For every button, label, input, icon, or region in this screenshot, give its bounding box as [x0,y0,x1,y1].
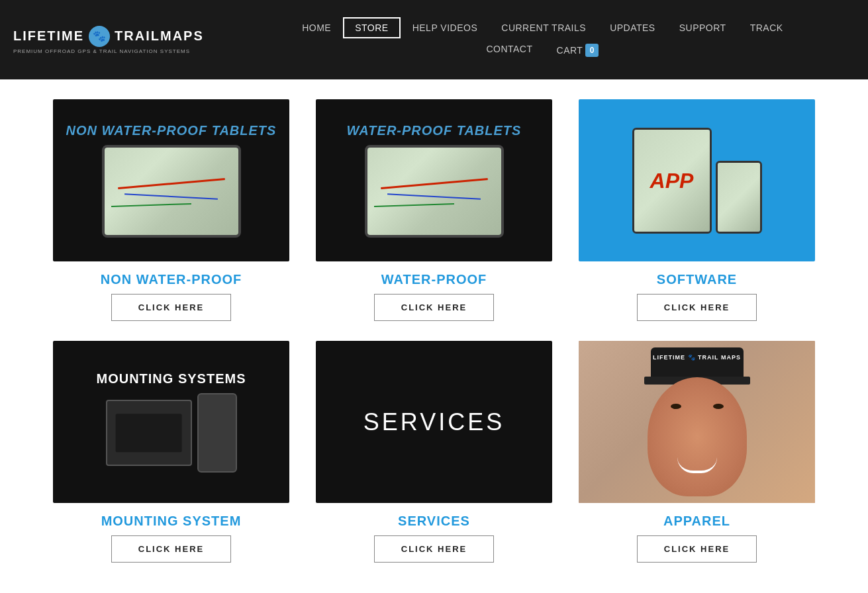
nav-row-1: HOME STORE HELP VIDEOS CURRENT TRAILS UP… [230,17,855,38]
nav-home[interactable]: HOME [290,17,343,38]
card-image-mounting[interactable]: MOUNTING SYSTEMS [53,341,289,503]
card-title-apparel: APPAREL [663,514,730,529]
nav-track[interactable]: TRACK [738,17,795,38]
logo-subtitle: PREMIUM OFFROAD GPS & TRAIL NAVIGATION S… [13,48,190,54]
card-software: APP SOFTWARE CLICK HERE [579,99,815,321]
click-btn-non-waterproof[interactable]: CLICK HERE [111,294,231,321]
logo-icon: 🐾 [89,26,110,47]
card-img-title-non-waterproof: NON WATER-PROOF TABLETS [66,123,277,138]
card-waterproof: WATER-PROOF TABLETS WATER-PROOF CLICK HE… [316,99,552,321]
cart-badge: 0 [585,44,599,57]
mount-box [106,400,192,466]
mount-clamp [197,393,237,473]
app-phone [716,161,762,234]
click-btn-software[interactable]: CLICK HERE [637,294,757,321]
site-header: LIFETIME 🐾 TRAILMAPS PREMIUM OFFROAD GPS… [0,0,868,79]
card-title-mounting: MOUNTING SYSTEM [101,514,242,529]
nav-row-2: CONTACT CART 0 [230,38,855,62]
card-non-waterproof: NON WATER-PROOF TABLETS NON WATER-PROOF … [53,99,289,321]
card-title-software: SOFTWARE [657,272,737,287]
product-grid: NON WATER-PROOF TABLETS NON WATER-PROOF … [53,99,815,563]
card-image-software[interactable]: APP [579,99,815,261]
card-image-waterproof[interactable]: WATER-PROOF TABLETS [316,99,552,261]
logo-name-part1: LIFETIME [13,28,84,44]
mounting-group [106,393,237,473]
card-title-non-waterproof: NON WATER-PROOF [101,272,242,287]
nav-current-trails[interactable]: CURRENT TRAILS [489,17,598,38]
services-text: SERVICES [363,408,505,436]
click-btn-mounting[interactable]: CLICK HERE [111,535,231,563]
main-content: NON WATER-PROOF TABLETS NON WATER-PROOF … [0,79,868,582]
card-image-apparel[interactable]: LIFETIME 🐾 TRAIL MAPS [579,341,815,503]
person-silhouette: LIFETIME 🐾 TRAIL MAPS [579,341,815,503]
nav-cart[interactable]: CART 0 [545,38,611,62]
card-image-services[interactable]: SERVICES [316,341,552,503]
nav-contact[interactable]: CONTACT [474,38,544,62]
card-apparel: LIFETIME 🐾 TRAIL MAPS APPAREL CLICK HERE [579,341,815,563]
tablet-mock-waterproof [365,145,504,238]
nav-store[interactable]: STORE [343,17,400,38]
app-devices: APP [632,128,762,234]
nav-updates[interactable]: UPDATES [598,17,667,38]
card-title-waterproof: WATER-PROOF [381,272,487,287]
card-img-title-mounting: MOUNTING SYSTEMS [96,371,246,387]
tablet-mock-non-waterproof [102,145,241,238]
logo[interactable]: LIFETIME 🐾 TRAILMAPS PREMIUM OFFROAD GPS… [13,26,204,54]
logo-name-part2: TRAILMAPS [115,28,204,44]
click-btn-apparel[interactable]: CLICK HERE [637,535,757,563]
click-btn-waterproof[interactable]: CLICK HERE [374,294,494,321]
main-nav: HOME STORE HELP VIDEOS CURRENT TRAILS UP… [230,17,855,62]
card-mounting: MOUNTING SYSTEMS MOUNTING SYSTEM CLICK H… [53,341,289,563]
card-image-non-waterproof[interactable]: NON WATER-PROOF TABLETS [53,99,289,261]
card-title-services: SERVICES [398,514,470,529]
card-services: SERVICES SERVICES CLICK HERE [316,341,552,563]
nav-support[interactable]: SUPPORT [667,17,738,38]
app-label: APP [650,168,694,193]
nav-help-videos[interactable]: HELP VIDEOS [401,17,490,38]
click-btn-services[interactable]: CLICK HERE [374,535,494,563]
app-tablet-large: APP [632,128,712,234]
card-img-title-waterproof: WATER-PROOF TABLETS [347,123,522,138]
